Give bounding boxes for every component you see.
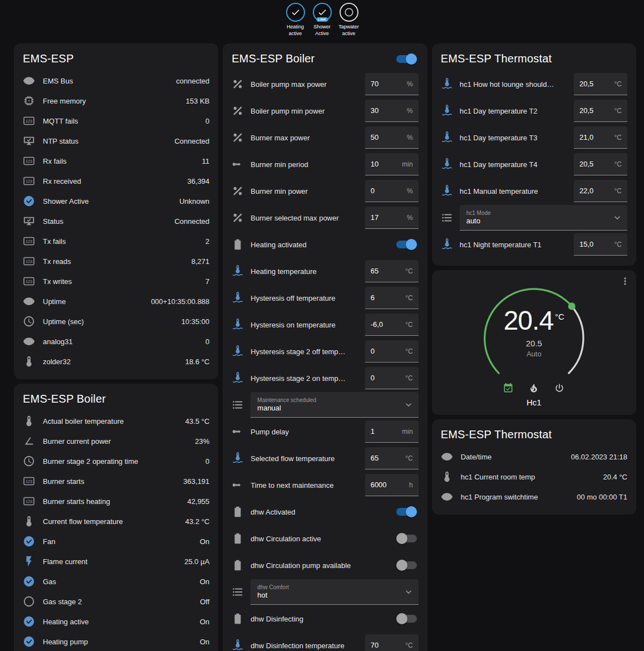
heat-mode-icon[interactable] [528,383,539,394]
entity-row[interactable]: hc1 Program switchtime 00 mo 00:00 T1 [441,487,627,507]
number-input[interactable]: 6000 h [365,474,419,496]
number-input[interactable]: 20,5 °C [574,153,627,175]
card-boiler-controls: EMS-ESP Boiler Boiler pump max power 70 … [223,43,427,651]
number-input[interactable]: -6,0 °C [365,314,419,336]
power-off-icon[interactable] [554,383,565,394]
percent-icon [232,131,244,144]
entity-row[interactable]: 123 MQTT fails 0 [23,111,209,131]
battery-icon [232,532,244,545]
counter-icon: 123 [23,175,35,187]
entity-row[interactable]: 123 Burner starts 363,191 [23,471,209,491]
toggle-switch[interactable] [396,615,417,623]
toggle-knob [406,506,417,517]
number-input[interactable]: 65 °C [365,447,419,469]
number-input[interactable]: 17 % [365,207,419,229]
number-input[interactable]: 21,0 °C [574,126,627,149]
angle-icon [23,435,35,447]
entity-row[interactable]: 123 Rx received 36,394 [23,171,209,191]
number-input[interactable]: 30 % [365,100,419,122]
number-input[interactable]: 50 % [365,126,419,149]
number-input[interactable]: 65 °C [365,260,419,282]
entity-state: 18.6 °C [185,358,210,366]
entity-row[interactable]: Heating active On [23,611,209,632]
toggle-switch[interactable] [396,561,417,569]
header-status-bar: Heating active LINK Shower Active Tapwat… [0,0,644,43]
entity-state: 10:35:00 [181,317,210,326]
status-chip[interactable]: LINK Shower Active [309,3,335,37]
control-name: Hysteresis on temperature [250,321,358,329]
entity-row[interactable]: Date/time 06.02.2023 21:18 [441,447,627,467]
entity-row[interactable]: Actual boiler temperature 43.5 °C [23,411,209,431]
select-texts: dhw Comfort hot [257,584,402,599]
entity-row[interactable]: Current flow temperature 43.2 °C [23,511,209,531]
entity-row[interactable]: hc1 Current room temp 20.4 °C [441,467,627,487]
target-temperature: 20.5 [526,339,542,348]
auto-mode-icon[interactable] [503,383,514,394]
control-row: Burner max power 50 % Burner max power 5… [232,124,418,151]
number-input[interactable]: 20,5 °C [574,73,627,95]
number-input[interactable]: 70 °C [365,634,419,651]
card-boiler-status: EMS-ESP Boiler Actual boiler temperature… [14,384,218,651]
entity-row[interactable]: zolder32 18.6 °C [23,351,209,371]
entity-row[interactable]: Fan On [23,531,209,551]
number-input[interactable]: 20,5 °C [574,100,627,122]
control-row: dhw Circulation active dhw Circulation a… [232,525,418,552]
link-badge: LINK [316,17,328,22]
status-chip[interactable]: Tapwater active [336,3,362,37]
entity-name: EMS Bus [43,77,168,85]
battery-icon [232,506,244,518]
entity-row[interactable]: 123 Tx fails 2 [23,231,209,251]
number-input[interactable]: 0 °C [365,367,419,389]
entity-row[interactable]: 123 Tx writes 7 [23,271,209,291]
number-input[interactable]: 1 min [365,420,419,443]
number-input[interactable]: 15,0 °C [574,233,627,256]
control-row: hc1 How hot lounge should… 20,5 °C hc1 H… [441,71,627,97]
column-middle: EMS-ESP Boiler Boiler pump max power 70 … [223,43,427,651]
toggle-switch[interactable] [396,241,417,248]
entity-row[interactable]: Uptime 000+10:35:00.888 [23,291,209,311]
entity-row[interactable]: EMS Bus connected [23,71,209,91]
card-master-toggle[interactable] [396,55,417,63]
number-input[interactable]: 6 °C [365,287,419,309]
entity-name: Tx reads [43,257,184,266]
overflow-menu-icon[interactable] [620,276,631,287]
toggle-knob [396,533,407,544]
toggle-switch[interactable] [396,535,417,542]
entity-row[interactable]: 123 Burner starts heating 42,955 [23,491,209,511]
number-input[interactable]: 22,0 °C [574,180,627,202]
entity-row[interactable]: Flame current 25.0 µA [23,551,209,571]
entity-row[interactable]: Free memory 153 KB [23,91,209,111]
number-input[interactable]: 10 min [365,153,419,175]
control-row: Burner min period 10 min Burner min peri… [232,151,418,178]
control-row: hc1 Mode auto hc1 Mode auto [441,204,627,231]
number-input[interactable]: 0 % [365,180,419,202]
number-value: 0 [371,374,404,382]
entity-row[interactable]: Heating pump On [23,632,209,651]
status-chip-circle: LINK [313,3,332,22]
entity-row[interactable]: Gas stage 2 Off [23,591,209,611]
select-input[interactable]: Maintenance scheduled manual [250,392,418,418]
entity-row[interactable]: 123 Rx fails 11 [23,151,209,171]
number-input[interactable]: 0 °C [365,340,419,363]
entity-state: 0 [205,457,209,466]
number-input[interactable]: 70 % [365,73,419,95]
water-thermometer-icon [232,372,244,384]
toggle-switch[interactable] [396,508,417,516]
entity-row[interactable]: 123 Tx reads 8,271 [23,251,209,271]
thermostat-dial[interactable]: 20.4°C 20.5 Auto [476,280,591,381]
entity-row[interactable]: NTP status Connected [23,131,209,151]
entity-state: Off [200,598,209,606]
entity-row[interactable]: Uptime (sec) 10:35:00 [23,311,209,331]
entity-row[interactable]: analog31 0 [23,331,209,351]
control-name: Heating temperature [250,267,358,276]
number-unit: °C [405,454,412,462]
entity-row[interactable]: Burner current power 23% [23,431,209,451]
select-input[interactable]: hc1 Mode auto [460,205,627,231]
entity-row[interactable]: Shower Active Unknown [23,191,209,211]
entity-row[interactable]: Status Connected [23,211,209,231]
status-chip[interactable]: Heating active [283,3,308,37]
select-input[interactable]: dhw Comfort hot [250,579,418,605]
entity-row[interactable]: Burner stage 2 operating time 0 [23,451,209,471]
entity-row[interactable]: Gas On [23,571,209,591]
control-name: hc1 Day temperature T4 [460,160,567,169]
